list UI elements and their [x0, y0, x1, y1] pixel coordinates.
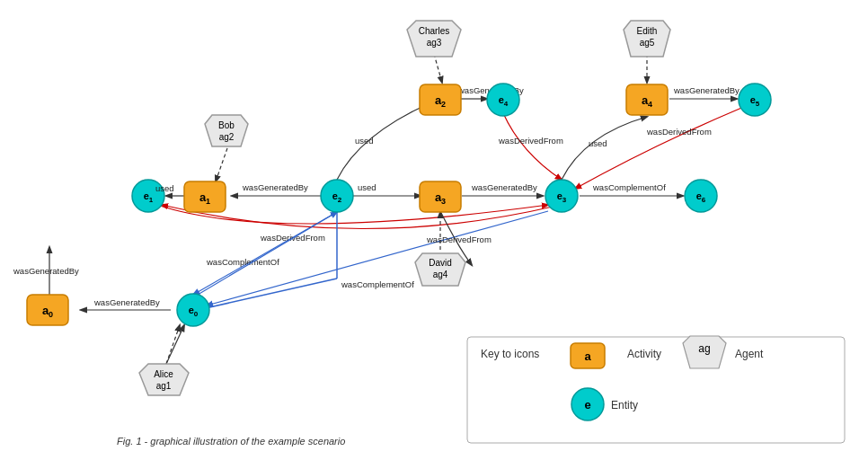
- node-ag3: Charles ag3: [407, 21, 461, 57]
- legend-agent-label: Agent: [735, 348, 764, 360]
- svg-text:Edith: Edith: [637, 26, 658, 36]
- svg-line-2: [166, 325, 184, 364]
- figure-caption: Fig. 1 - graphical illustration of the e…: [117, 436, 345, 447]
- edge-label: used: [589, 138, 607, 148]
- edge-label: wasComplementOf: [592, 182, 666, 192]
- edge-label: wasGeneratedBy: [13, 266, 79, 276]
- node-a3: a3: [420, 181, 461, 212]
- legend-activity-label: Activity: [627, 348, 661, 360]
- svg-text:e: e: [584, 398, 590, 411]
- node-ag1: Alice ag1: [139, 364, 189, 395]
- node-a1: a1: [184, 181, 226, 212]
- diagram-container: wasGeneratedBy wasGeneratedBy wasGenerat…: [0, 0, 868, 460]
- svg-text:ag1: ag1: [156, 381, 172, 391]
- node-e3: e3: [545, 180, 578, 212]
- node-e5: e5: [739, 84, 771, 116]
- svg-line-13: [216, 148, 227, 181]
- svg-line-12: [198, 212, 337, 295]
- node-e4: e4: [487, 84, 519, 116]
- svg-line-14: [434, 54, 442, 83]
- edge-label: wasGeneratedBy: [471, 182, 537, 192]
- svg-text:ag3: ag3: [427, 38, 442, 48]
- svg-text:David: David: [429, 258, 452, 268]
- edge-label: wasGeneratedBy: [93, 297, 160, 307]
- edge-label: used: [358, 182, 376, 192]
- diagram-svg: wasGeneratedBy wasGeneratedBy wasGenerat…: [0, 0, 868, 460]
- edge-label: wasGeneratedBy: [242, 182, 308, 192]
- node-e6: e6: [685, 180, 717, 212]
- edge-label: wasDerivedFrom: [260, 233, 325, 243]
- svg-text:Bob: Bob: [218, 120, 235, 130]
- svg-text:ag4: ag4: [433, 270, 448, 279]
- svg-text:Alice: Alice: [154, 369, 173, 379]
- node-e2: e2: [321, 180, 353, 212]
- node-a4: a4: [626, 84, 668, 115]
- edge-label: wasGeneratedBy: [673, 85, 740, 95]
- svg-text:a: a: [584, 349, 591, 363]
- node-ag2: Bob ag2: [205, 115, 248, 146]
- svg-text:ag: ag: [698, 342, 710, 355]
- node-ag5: Edith ag5: [624, 21, 670, 57]
- edge-label-used-e1-a1: used: [155, 183, 174, 193]
- svg-line-19: [198, 279, 337, 310]
- node-a2: a2: [420, 84, 461, 115]
- edge-label: used: [355, 136, 374, 146]
- edge-label: wasDerivedFrom: [426, 234, 492, 244]
- node-ag4: David ag4: [415, 253, 465, 286]
- legend-title: Key to icons: [481, 348, 539, 360]
- node-a0: a0: [27, 295, 68, 325]
- edge-label: wasComplementOf: [341, 279, 414, 289]
- svg-text:Charles: Charles: [419, 26, 449, 36]
- node-e0: e0: [177, 294, 209, 326]
- legend-entity-label: Entity: [611, 399, 638, 411]
- edge-label: wasDerivedFrom: [498, 136, 563, 146]
- edge-label: wasDerivedFrom: [646, 127, 712, 137]
- svg-line-17: [166, 325, 180, 364]
- svg-text:ag2: ag2: [219, 132, 235, 142]
- edge-label: wasComplementOf: [206, 257, 279, 267]
- svg-text:ag5: ag5: [640, 38, 655, 48]
